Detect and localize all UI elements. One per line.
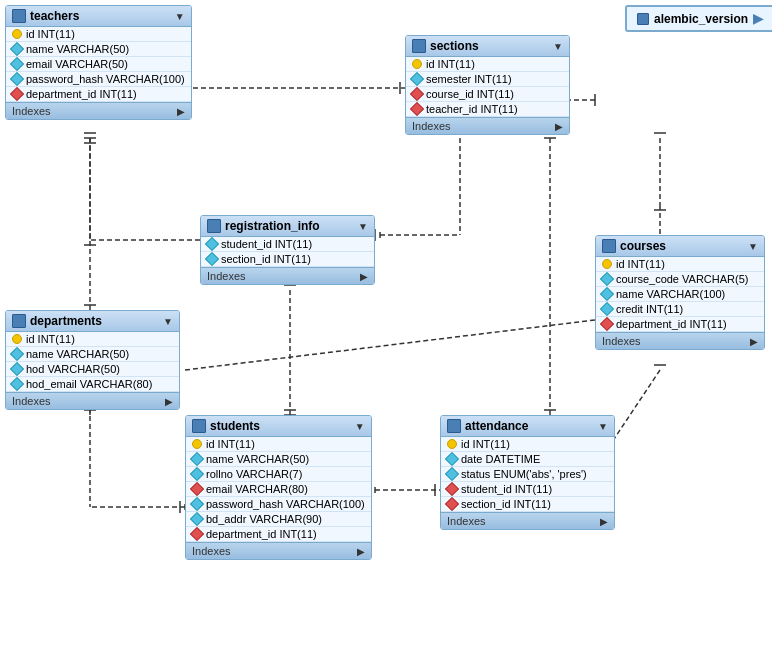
teachers-icon [12,9,26,23]
teachers-field-2: email VARCHAR(50) [6,57,191,72]
courses-indexes[interactable]: Indexes ▶ [596,332,764,349]
students-indexes[interactable]: Indexes ▶ [186,542,371,559]
regular-icon [10,347,24,361]
courses-field-0: id INT(11) [596,257,764,272]
students-field-2: rollno VARCHAR(7) [186,467,371,482]
registration-info-field-1: section_id INT(11) [201,252,374,267]
table-attendance: attendance ▼ id INT(11) date DATETIME st… [440,415,615,530]
regular-icon [600,287,614,301]
departments-icon [12,314,26,328]
registration-info-icon [207,219,221,233]
courses-header[interactable]: courses ▼ [596,236,764,257]
departments-field-1: name VARCHAR(50) [6,347,179,362]
departments-title: departments [30,314,102,328]
table-registration-info: registration_info ▼ student_id INT(11) s… [200,215,375,285]
pk-icon [12,334,22,344]
courses-dropdown[interactable]: ▼ [748,241,758,252]
attendance-field-3: student_id INT(11) [441,482,614,497]
sections-dropdown[interactable]: ▼ [553,41,563,52]
attendance-dropdown[interactable]: ▼ [598,421,608,432]
fk-icon [410,87,424,101]
registration-info-dropdown[interactable]: ▼ [358,221,368,232]
regular-icon [600,272,614,286]
departments-indexes[interactable]: Indexes ▶ [6,392,179,409]
regular-icon [190,452,204,466]
attendance-field-4: section_id INT(11) [441,497,614,512]
alembic-arrow: ▶ [753,11,763,26]
teachers-dropdown[interactable]: ▼ [175,11,185,22]
departments-field-0: id INT(11) [6,332,179,347]
fk-icon [445,482,459,496]
courses-field-4: department_id INT(11) [596,317,764,332]
registration-info-indexes[interactable]: Indexes ▶ [201,267,374,284]
pk-icon [447,439,457,449]
students-field-5: bd_addr VARCHAR(90) [186,512,371,527]
regular-icon [190,467,204,481]
table-teachers: teachers ▼ id INT(11) name VARCHAR(50) e… [5,5,192,120]
regular-icon [205,237,219,251]
pk-icon [602,259,612,269]
regular-icon [445,467,459,481]
teachers-indexes[interactable]: Indexes ▶ [6,102,191,119]
regular-icon [10,377,24,391]
attendance-field-2: status ENUM('abs', 'pres') [441,467,614,482]
attendance-icon [447,419,461,433]
regular-icon [205,252,219,266]
teachers-field-1: name VARCHAR(50) [6,42,191,57]
teachers-field-0: id INT(11) [6,27,191,42]
fk-icon [410,102,424,116]
sections-field-2: course_id INT(11) [406,87,569,102]
fk-icon [190,527,204,541]
students-field-6: department_id INT(11) [186,527,371,542]
pk-icon [412,59,422,69]
sections-indexes[interactable]: Indexes ▶ [406,117,569,134]
courses-title: courses [620,239,666,253]
attendance-header[interactable]: attendance ▼ [441,416,614,437]
courses-field-1: course_code VARCHAR(5) [596,272,764,287]
attendance-title: attendance [465,419,528,433]
table-courses: courses ▼ id INT(11) course_code VARCHAR… [595,235,765,350]
fk-icon [190,482,204,496]
regular-icon [190,512,204,526]
table-students: students ▼ id INT(11) name VARCHAR(50) r… [185,415,372,560]
pk-icon [192,439,202,449]
teachers-header[interactable]: teachers ▼ [6,6,191,27]
departments-dropdown[interactable]: ▼ [163,316,173,327]
sections-header[interactable]: sections ▼ [406,36,569,57]
svg-line-32 [185,320,595,370]
fk-icon [445,497,459,511]
regular-icon [10,72,24,86]
teachers-title: teachers [30,9,79,23]
attendance-field-1: date DATETIME [441,452,614,467]
departments-header[interactable]: departments ▼ [6,311,179,332]
students-field-1: name VARCHAR(50) [186,452,371,467]
fk-icon [10,87,24,101]
regular-icon [600,302,614,316]
fk-icon [600,317,614,331]
departments-field-3: hod_email VARCHAR(80) [6,377,179,392]
regular-icon [10,42,24,56]
attendance-indexes[interactable]: Indexes ▶ [441,512,614,529]
students-header[interactable]: students ▼ [186,416,371,437]
students-icon [192,419,206,433]
teachers-field-3: password_hash VARCHAR(100) [6,72,191,87]
teachers-field-4: department_id INT(11) [6,87,191,102]
regular-icon [190,497,204,511]
registration-info-title: registration_info [225,219,320,233]
registration-info-header[interactable]: registration_info ▼ [201,216,374,237]
alembic-version-box[interactable]: alembic_version ▶ [625,5,772,32]
students-dropdown[interactable]: ▼ [355,421,365,432]
sections-icon [412,39,426,53]
alembic-version-title: alembic_version [654,12,748,26]
attendance-field-0: id INT(11) [441,437,614,452]
students-field-4: password_hash VARCHAR(100) [186,497,371,512]
courses-field-3: credit INT(11) [596,302,764,317]
sections-title: sections [430,39,479,53]
departments-field-2: hod VARCHAR(50) [6,362,179,377]
regular-icon [445,452,459,466]
students-field-3: email VARCHAR(80) [186,482,371,497]
courses-icon [602,239,616,253]
pk-icon [12,29,22,39]
students-title: students [210,419,260,433]
table-sections: sections ▼ id INT(11) semester INT(11) c… [405,35,570,135]
